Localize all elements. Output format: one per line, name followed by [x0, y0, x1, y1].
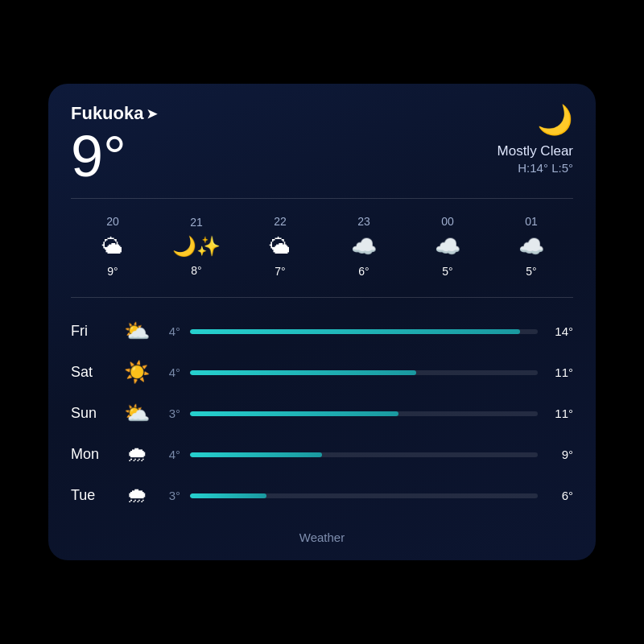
- hour-icon-1: 🌙✨: [172, 237, 221, 256]
- high-temp: H:14°: [518, 161, 548, 175]
- hour-label-0: 20: [106, 215, 119, 228]
- bar-fri: [190, 329, 538, 334]
- day-row-tue: Tue 🌧 3° 6°: [71, 475, 573, 516]
- header: Fukuoka ➤ 9° 🌙 Mostly Clear H:14° L:5°: [71, 103, 573, 185]
- day-icon-sat: ☀️: [119, 360, 155, 385]
- location-arrow-icon: ➤: [147, 106, 157, 122]
- hour-item-4: 00 ☁️ 5°: [406, 215, 489, 278]
- day-icon-fri: ⛅: [119, 319, 155, 344]
- daily-section: Fri ⛅ 4° 14° Sat ☀️ 4° 11° Sun ⛅ 3° 11°: [71, 311, 573, 516]
- day-high-tue: 6°: [538, 489, 573, 502]
- hour-icon-0: 🌥: [102, 236, 123, 257]
- hour-item-5: 01 ☁️ 5°: [489, 215, 573, 278]
- bar-fill-sat: [190, 370, 416, 375]
- hour-temp-3: 6°: [358, 265, 369, 278]
- divider-top: [71, 198, 573, 199]
- day-high-fri: 14°: [538, 324, 573, 338]
- hi-lo: H:14° L:5°: [497, 161, 573, 175]
- day-high-mon: 9°: [538, 448, 573, 461]
- hour-temp-5: 5°: [526, 265, 536, 278]
- bar-tue: [190, 493, 538, 498]
- hour-icon-2: 🌥: [270, 236, 291, 257]
- day-low-sun: 3°: [155, 407, 190, 420]
- hour-temp-0: 9°: [107, 265, 118, 278]
- left-header: Fukuoka ➤ 9°: [71, 103, 157, 185]
- day-name-mon: Mon: [71, 446, 119, 463]
- bar-sat: [190, 370, 538, 375]
- right-header: 🌙 Mostly Clear H:14° L:5°: [497, 103, 573, 175]
- condition-text: Mostly Clear: [497, 143, 573, 159]
- day-name-sun: Sun: [71, 405, 119, 422]
- hour-item-1: 21 🌙✨ 8°: [155, 216, 238, 277]
- day-icon-sun: ⛅: [119, 401, 155, 426]
- hour-label-3: 23: [357, 215, 370, 228]
- hour-item-3: 23 ☁️ 6°: [322, 215, 406, 278]
- hour-icon-3: ☁️: [351, 236, 377, 257]
- bar-mon: [190, 452, 538, 457]
- day-row-sun: Sun ⛅ 3° 11°: [71, 393, 573, 434]
- city-name: Fukuoka: [71, 103, 143, 124]
- hour-label-1: 21: [190, 216, 203, 229]
- day-low-tue: 3°: [155, 489, 190, 502]
- hour-icon-4: ☁️: [435, 236, 460, 257]
- day-high-sat: 11°: [538, 365, 573, 379]
- weather-widget: Fukuoka ➤ 9° 🌙 Mostly Clear H:14° L:5° 2…: [48, 84, 596, 560]
- bar-fill-mon: [190, 452, 322, 457]
- day-low-sat: 4°: [155, 365, 190, 379]
- day-name-sat: Sat: [71, 364, 119, 381]
- bar-fill-sun: [190, 411, 398, 416]
- hour-icon-5: ☁️: [518, 236, 544, 257]
- day-icon-mon: 🌧: [119, 442, 155, 467]
- divider-mid: [71, 297, 573, 298]
- bar-fill-fri: [190, 329, 520, 334]
- hour-item-0: 20 🌥 9°: [71, 215, 155, 278]
- day-low-fri: 4°: [155, 324, 190, 338]
- day-icon-tue: 🌧: [119, 483, 155, 508]
- day-row-fri: Fri ⛅ 4° 14°: [71, 311, 573, 352]
- hour-temp-1: 8°: [191, 264, 201, 277]
- hour-label-4: 00: [441, 215, 454, 228]
- hour-label-5: 01: [525, 215, 538, 228]
- moon-icon: 🌙: [537, 103, 573, 136]
- bar-sun: [190, 411, 538, 416]
- low-temp: L:5°: [551, 161, 573, 175]
- day-row-mon: Mon 🌧 4° 9°: [71, 434, 573, 475]
- hourly-row: 20 🌥 9° 21 🌙✨ 8° 22 🌥 7° 23 ☁️ 6° 00 ☁️ …: [71, 212, 573, 284]
- day-row-sat: Sat ☀️ 4° 11°: [71, 352, 573, 393]
- day-high-sun: 11°: [538, 407, 573, 420]
- bar-fill-tue: [190, 493, 266, 498]
- day-low-mon: 4°: [155, 448, 190, 461]
- hour-item-2: 22 🌥 7°: [238, 215, 322, 278]
- footer-label: Weather: [71, 530, 573, 544]
- condition-block: Mostly Clear H:14° L:5°: [497, 143, 573, 175]
- hour-temp-4: 5°: [442, 265, 452, 278]
- location-row: Fukuoka ➤: [71, 103, 157, 124]
- hour-temp-2: 7°: [275, 265, 285, 278]
- current-temp: 9°: [71, 127, 157, 185]
- hour-label-2: 22: [274, 215, 287, 228]
- day-name-tue: Tue: [71, 487, 119, 504]
- day-name-fri: Fri: [71, 323, 119, 340]
